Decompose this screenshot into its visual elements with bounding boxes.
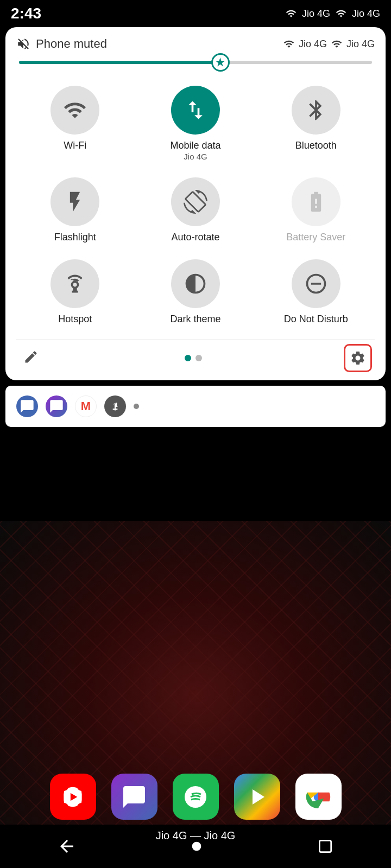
tile-wifi[interactable]: Wi-Fi	[16, 80, 134, 167]
do-not-disturb-label: Do Not Disturb	[284, 314, 348, 326]
gmail-notif-icon: M	[75, 395, 97, 417]
bluetooth-label: Bluetooth	[295, 140, 337, 152]
do-not-disturb-icon-circle	[292, 259, 340, 308]
messenger2-icon	[49, 399, 64, 414]
brightness-fill	[19, 61, 220, 64]
network2-signal-icon	[331, 39, 342, 49]
tile-dark-theme[interactable]: Dark theme	[137, 254, 255, 331]
header-network1: Jio 4G	[299, 39, 327, 50]
bluetooth-icon-circle	[292, 86, 340, 135]
signal1-icon	[286, 8, 297, 19]
phone-muted-left: Phone muted	[16, 37, 107, 51]
hotspot-icon	[63, 272, 87, 296]
tile-hotspot[interactable]: Hotspot	[16, 254, 134, 331]
flashlight-icon-circle	[51, 177, 99, 226]
do-not-disturb-icon	[304, 272, 328, 296]
qs-edit-button[interactable]	[19, 345, 43, 371]
battery-saver-icon-circle	[292, 177, 340, 226]
messenger-icon	[20, 399, 35, 414]
signal2-icon	[336, 8, 346, 19]
usb-icon	[108, 399, 122, 413]
dark-theme-icon	[184, 272, 207, 296]
brightness-thumb[interactable]	[211, 53, 230, 72]
battery-saver-label: Battery Saver	[286, 232, 345, 244]
chrome-icon	[305, 783, 332, 810]
home-icon	[191, 841, 202, 852]
svg-rect-3	[319, 840, 331, 852]
dock-play[interactable]	[234, 774, 280, 820]
back-icon	[57, 837, 77, 856]
qs-settings-button[interactable]	[344, 344, 372, 372]
wifi-icon	[63, 98, 87, 122]
tile-flashlight[interactable]: Flashlight	[16, 172, 134, 249]
network-status-icons: Jio 4G Jio 4G	[283, 39, 375, 50]
mute-icon	[16, 37, 30, 51]
carrier-label: Jio 4G — Jio 4G	[156, 829, 236, 842]
spotify-icon	[182, 784, 209, 810]
back-button[interactable]	[52, 831, 82, 861]
header-network2: Jio 4G	[346, 39, 375, 50]
messenger2-notif-icon	[46, 395, 67, 417]
qs-dot-2	[195, 355, 202, 361]
messenger-notif-icon	[16, 395, 38, 417]
notification-bar: M	[5, 386, 386, 427]
tile-bluetooth[interactable]: Bluetooth	[257, 80, 375, 167]
brightness-sun-icon	[216, 58, 225, 67]
auto-rotate-icon-circle	[171, 177, 220, 226]
play-icon	[244, 784, 270, 810]
dark-theme-icon-circle	[171, 259, 220, 308]
recents-icon	[317, 838, 334, 855]
dock-spotify[interactable]	[173, 774, 219, 820]
dock-messenger[interactable]	[111, 774, 157, 820]
quick-tiles-grid: Wi-Fi Mobile data Jio 4G B	[16, 80, 375, 331]
svg-point-2	[192, 842, 201, 851]
status-time: 2:43	[11, 5, 41, 22]
flashlight-icon	[63, 190, 87, 214]
mobile-data-sublabel: Jio 4G	[184, 152, 207, 161]
extra-notif-dot	[134, 404, 139, 409]
battery-saver-icon	[304, 190, 328, 214]
quick-settings-panel: Phone muted Jio 4G Jio 4G Wi-Fi	[5, 27, 386, 380]
tile-auto-rotate[interactable]: Auto-rotate	[137, 172, 255, 249]
status-bar: 2:43 Jio 4G Jio 4G	[0, 0, 391, 27]
youtube-icon	[59, 783, 86, 810]
wifi-icon-circle	[51, 86, 99, 135]
hotspot-icon-circle	[51, 259, 99, 308]
network1-signal-icon	[283, 39, 294, 49]
status-icons: Jio 4G Jio 4G	[286, 8, 380, 20]
hotspot-label: Hotspot	[58, 314, 92, 326]
mobile-data-label: Mobile data	[170, 140, 220, 152]
qs-page-dots	[185, 355, 202, 361]
qs-dot-1	[185, 355, 191, 361]
network2-label: Jio 4G	[352, 8, 380, 20]
svg-point-0	[185, 786, 206, 808]
dock-row	[50, 774, 342, 820]
pencil-icon	[23, 349, 39, 365]
recents-button[interactable]	[311, 832, 339, 860]
tile-mobile-data[interactable]: Mobile data Jio 4G	[137, 80, 255, 167]
dark-theme-label: Dark theme	[170, 314, 220, 326]
dock-messenger-icon	[121, 784, 147, 810]
dock-youtube[interactable]	[50, 774, 96, 820]
phone-muted-label: Phone muted	[36, 37, 107, 51]
auto-rotate-icon	[184, 190, 207, 214]
brightness-slider[interactable]	[16, 61, 375, 64]
flashlight-label: Flashlight	[54, 232, 96, 244]
settings-icon	[350, 350, 366, 366]
usb-notif-icon	[104, 395, 126, 417]
dock-chrome[interactable]	[295, 774, 342, 820]
tile-battery-saver[interactable]: Battery Saver	[257, 172, 375, 249]
phone-muted-row: Phone muted Jio 4G Jio 4G	[16, 37, 375, 51]
bluetooth-icon	[304, 98, 328, 122]
home-area: Jio 4G — Jio 4G	[0, 521, 391, 868]
gmail-letter: M	[81, 399, 91, 413]
auto-rotate-label: Auto-rotate	[171, 232, 219, 244]
tile-do-not-disturb[interactable]: Do Not Disturb	[257, 254, 375, 331]
brightness-track[interactable]	[19, 61, 372, 64]
mobile-data-icon-circle	[171, 86, 220, 135]
wifi-label: Wi-Fi	[64, 140, 86, 152]
data-transfer-icon	[184, 98, 207, 122]
network1-label: Jio 4G	[302, 8, 330, 20]
qs-bottom-bar	[16, 339, 375, 375]
